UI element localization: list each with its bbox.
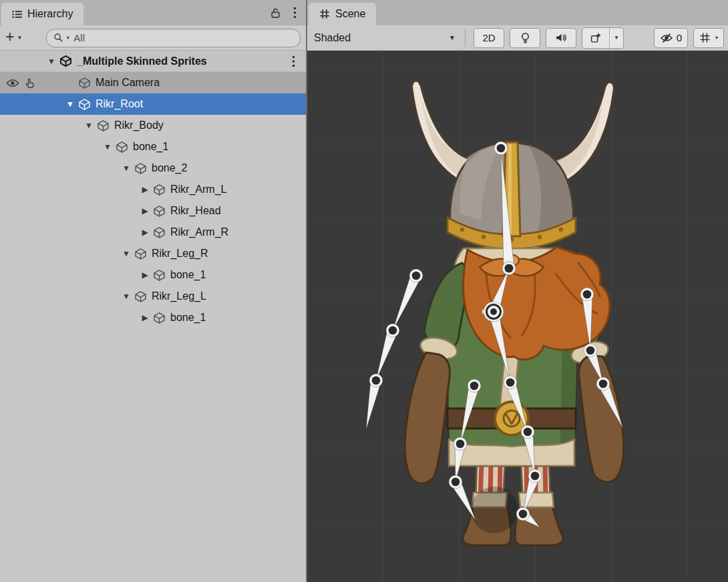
scene-toolbar: Shaded ▼ 2D ▼ 0: [307, 25, 728, 51]
grid-settings-button[interactable]: ▾: [693, 28, 724, 48]
gameobject-cube-icon: [134, 162, 147, 175]
bone-joint[interactable]: [389, 326, 397, 335]
row-gutter: [0, 51, 37, 71]
scene-row-menu-icon[interactable]: [292, 55, 295, 67]
bone-joint[interactable]: [497, 144, 506, 153]
disclosure-triangle-icon[interactable]: ▼: [119, 249, 134, 258]
pickability-hand-icon[interactable]: [24, 77, 35, 89]
hierarchy-toolbar: + ▼ ▼: [0, 25, 306, 51]
audio-toggle-button[interactable]: [546, 28, 576, 48]
lock-icon[interactable]: [270, 7, 281, 19]
2d-mode-button[interactable]: 2D: [474, 28, 504, 48]
chevron-down-icon: ▼: [17, 35, 22, 41]
bone-gizmos-layer[interactable]: [307, 51, 727, 582]
bone-joint[interactable]: [531, 472, 540, 481]
gameobject-cube-icon: [77, 97, 91, 111]
tree-row-label: Rikr_Arm_L: [170, 184, 226, 196]
disclosure-triangle-icon[interactable]: ▶: [138, 228, 152, 237]
tab-scene[interactable]: Scene: [309, 3, 376, 25]
scene-panel: Scene Shaded ▼ 2D ▼: [307, 0, 728, 582]
hierarchy-menu-icon[interactable]: [293, 7, 297, 19]
effects-caret-icon[interactable]: ▼: [609, 28, 623, 48]
tree-row-label: Rikr_Arm_R: [170, 226, 228, 238]
tree-row[interactable]: ▶Rikr_Arm_R: [0, 222, 306, 243]
bone-gizmo[interactable]: [460, 384, 480, 444]
bone-joint[interactable]: [583, 290, 592, 299]
bone-joint[interactable]: [451, 478, 460, 487]
gameobject-cube-icon: [152, 268, 166, 282]
bone-joint[interactable]: [524, 428, 532, 437]
scene-viewport[interactable]: [307, 51, 728, 582]
bone-joint[interactable]: [586, 346, 595, 355]
effects-dropdown-button[interactable]: ▼: [582, 27, 624, 49]
row-gutter: [0, 200, 37, 222]
bone-joint[interactable]: [505, 264, 514, 273]
bone-joint[interactable]: [506, 378, 515, 387]
disclosure-triangle-icon[interactable]: ▶: [138, 270, 152, 280]
gameobject-cube-icon: [134, 247, 147, 260]
visibility-eye-icon[interactable]: [6, 78, 19, 88]
tree-row[interactable]: ▼bone_2: [0, 158, 306, 179]
search-input[interactable]: [72, 31, 293, 44]
shading-mode-label: Shaded: [314, 32, 351, 44]
create-object-button[interactable]: + ▼: [5, 31, 22, 45]
search-filter-caret-icon[interactable]: ▼: [65, 35, 70, 40]
bone-gizmo[interactable]: [582, 294, 592, 350]
root-joint[interactable]: [490, 308, 497, 315]
row-gutter: [0, 286, 37, 307]
hierarchy-search[interactable]: ▼: [46, 29, 301, 47]
row-gutter: [0, 115, 37, 136]
disclosure-triangle-icon[interactable]: ▼: [100, 142, 115, 152]
tree-row[interactable]: ▶bone_1: [0, 264, 306, 286]
tree-row[interactable]: ▼Rikr_Root: [0, 93, 306, 115]
bone-joint[interactable]: [456, 440, 465, 449]
disclosure-triangle-icon[interactable]: ▶: [138, 206, 152, 216]
tree-row-label: Rikr_Leg_R: [152, 248, 208, 260]
tree-row[interactable]: ▶Rikr_Head: [0, 200, 306, 222]
effects-icon: [582, 28, 609, 48]
tree-row[interactable]: ▼bone_1: [0, 136, 306, 158]
disclosure-triangle-icon[interactable]: ▼: [81, 121, 96, 130]
row-gutter: [0, 136, 37, 158]
tree-row-label: bone_1: [133, 141, 168, 153]
scene-visibility-button[interactable]: 0: [654, 28, 688, 48]
bone-gizmo[interactable]: [501, 148, 514, 269]
disclosure-triangle-icon[interactable]: ▼: [44, 57, 59, 66]
bone-joint[interactable]: [412, 272, 421, 280]
tree-row[interactable]: ▶Rikr_Arm_L: [0, 179, 306, 200]
tree-row-label: Rikr_Body: [114, 119, 164, 131]
row-gutter: [0, 93, 37, 115]
unity-scene-icon: [59, 55, 72, 68]
chevron-down-icon: ▼: [449, 34, 456, 41]
gameobject-cube-icon: [96, 119, 110, 132]
tree-row[interactable]: ▼Rikr_Leg_L: [0, 286, 306, 307]
tree-row-label: bone_1: [170, 269, 206, 281]
disclosure-triangle-icon[interactable]: ▶: [138, 313, 152, 322]
lighting-toggle-button[interactable]: [510, 28, 540, 48]
tree-row-label: Rikr_Root: [96, 98, 143, 110]
row-gutter: [0, 307, 37, 328]
tree-row[interactable]: ▼Rikr_Body: [0, 115, 306, 136]
disclosure-triangle-icon[interactable]: ▶: [138, 185, 152, 194]
bone-joint[interactable]: [372, 376, 381, 385]
unity-editor-window: Hierarchy + ▼ ▼: [0, 0, 728, 582]
disclosure-triangle-icon[interactable]: ▼: [63, 99, 77, 109]
disclosure-triangle-icon[interactable]: ▼: [119, 164, 134, 173]
disclosure-triangle-icon[interactable]: ▼: [119, 292, 134, 301]
tab-hierarchy[interactable]: Hierarchy: [1, 3, 83, 25]
bone-joint[interactable]: [470, 382, 479, 390]
bone-joint[interactable]: [599, 380, 608, 388]
tree-row[interactable]: Main Camera: [0, 72, 306, 93]
hierarchy-scene-row[interactable]: ▼_Multiple Skinned Sprites: [0, 51, 306, 72]
bone-joint[interactable]: [519, 510, 528, 519]
row-gutter[interactable]: [0, 72, 37, 93]
hierarchy-tree: ▼_Multiple Skinned SpritesMain Camera▼Ri…: [0, 51, 306, 582]
gameobject-cube-icon: [77, 76, 91, 89]
tree-row-label: bone_2: [152, 162, 187, 174]
tree-row[interactable]: ▶bone_1: [0, 307, 306, 328]
shading-mode-dropdown[interactable]: Shaded ▼: [307, 28, 462, 48]
gameobject-cube-icon: [152, 226, 166, 239]
scene-toolbar-right: 0 ▾: [649, 28, 724, 48]
tree-row[interactable]: ▼Rikr_Leg_R: [0, 243, 306, 264]
toolbar-separator: [465, 29, 466, 47]
